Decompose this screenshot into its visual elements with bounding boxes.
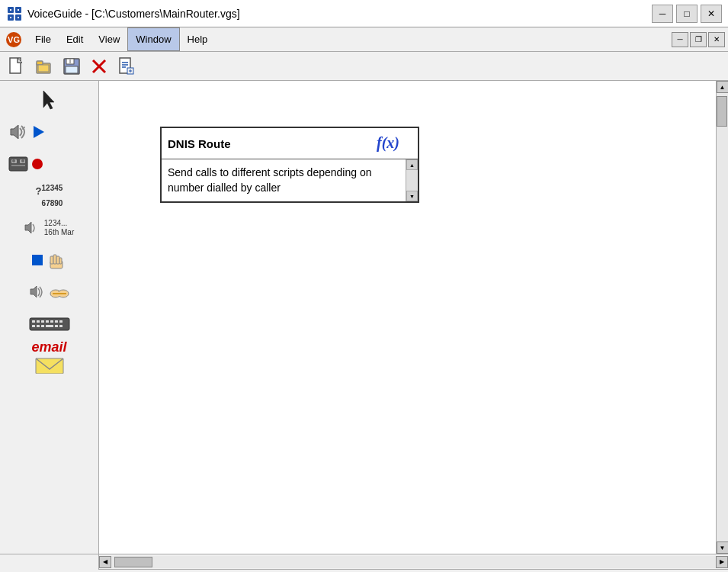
sidebar-item-dtmf[interactable]: ?12345 67890 bbox=[8, 182, 91, 210]
svg-rect-6 bbox=[10, 17, 11, 18]
app-menu-icon: VG bbox=[3, 29, 24, 50]
mdi-minimize-button[interactable]: ─ bbox=[672, 32, 688, 47]
dnis-route-card[interactable]: DNIS Route f(x) Send calls to different … bbox=[160, 127, 419, 203]
properties-button[interactable] bbox=[114, 55, 139, 78]
svg-rect-46 bbox=[59, 258, 62, 264]
menu-bar: VG File Edit View Window Help ─ ❐ ✕ bbox=[0, 27, 728, 52]
svg-rect-55 bbox=[41, 320, 44, 323]
svg-rect-61 bbox=[37, 325, 40, 327]
email-label: email bbox=[31, 339, 66, 355]
svg-rect-33 bbox=[9, 157, 27, 171]
main-layout: ?12345 67890 1234... 16th Mar bbox=[0, 81, 728, 554]
svg-rect-18 bbox=[69, 59, 71, 63]
svg-rect-62 bbox=[41, 325, 44, 327]
svg-rect-58 bbox=[55, 320, 58, 323]
horizontal-scrollbar[interactable]: ◀ ▶ bbox=[99, 556, 728, 568]
svg-rect-59 bbox=[59, 320, 63, 323]
svg-rect-13 bbox=[37, 61, 43, 65]
scroll-down-button[interactable]: ▼ bbox=[717, 541, 729, 554]
canvas-area[interactable]: DNIS Route f(x) Send calls to different … bbox=[99, 81, 716, 554]
mdi-close-button[interactable]: ✕ bbox=[708, 32, 725, 47]
sidebar-item-email[interactable]: email bbox=[8, 342, 91, 371]
svg-rect-64 bbox=[55, 325, 58, 327]
svg-rect-43 bbox=[50, 256, 53, 264]
schedule-label1: 1234... bbox=[44, 219, 74, 228]
menu-view[interactable]: View bbox=[91, 27, 127, 51]
svg-rect-5 bbox=[18, 9, 19, 11]
mdi-controls: ─ ❐ ✕ bbox=[672, 32, 725, 47]
dnis-card-header: DNIS Route f(x) bbox=[162, 128, 418, 159]
new-button[interactable] bbox=[5, 55, 29, 78]
minimize-button[interactable]: ─ bbox=[652, 5, 673, 23]
svg-marker-28 bbox=[43, 91, 54, 109]
svg-rect-14 bbox=[38, 65, 49, 72]
toolbar bbox=[0, 52, 728, 81]
sidebar-item-schedule[interactable]: 1234... 16th Mar bbox=[8, 214, 91, 243]
dnis-scroll-track bbox=[406, 170, 418, 191]
scroll-thumb-v[interactable] bbox=[717, 96, 727, 127]
svg-rect-60 bbox=[32, 325, 35, 327]
sidebar-item-goto[interactable] bbox=[8, 246, 91, 275]
svg-point-37 bbox=[12, 159, 15, 162]
app-icon bbox=[6, 5, 23, 22]
scroll-right-button[interactable]: ▶ bbox=[716, 556, 728, 568]
svg-rect-4 bbox=[10, 9, 11, 11]
mdi-restore-button[interactable]: ❐ bbox=[690, 32, 707, 47]
dnis-scroll-down-button[interactable]: ▼ bbox=[406, 191, 418, 201]
svg-text:VG: VG bbox=[8, 35, 20, 44]
svg-marker-47 bbox=[30, 286, 37, 297]
menu-edit[interactable]: Edit bbox=[59, 27, 91, 51]
svg-rect-41 bbox=[32, 255, 43, 265]
svg-rect-54 bbox=[37, 320, 40, 323]
sidebar-item-select[interactable] bbox=[8, 85, 91, 114]
scroll-track-v bbox=[717, 93, 728, 541]
svg-point-31 bbox=[24, 127, 25, 128]
svg-rect-66 bbox=[36, 358, 63, 374]
svg-rect-63 bbox=[46, 325, 53, 327]
dnis-card-function-icon: f(x) bbox=[375, 131, 412, 156]
dnis-card-scrollbar[interactable]: ▲ ▼ bbox=[406, 159, 418, 201]
svg-text:f(x): f(x) bbox=[377, 134, 399, 152]
svg-rect-44 bbox=[53, 255, 56, 264]
scroll-track-h bbox=[111, 556, 716, 568]
window-title: VoiceGuide - [C:\Customers\MainRouter.vg… bbox=[27, 8, 240, 20]
delete-button[interactable] bbox=[87, 55, 111, 78]
svg-point-30 bbox=[22, 128, 24, 130]
sidebar-item-transfer[interactable] bbox=[8, 278, 91, 307]
sidebar-scrollbar-spacer bbox=[0, 554, 99, 570]
dnis-card-description: Send calls to different scripts dependin… bbox=[162, 159, 406, 201]
sidebar-item-record-audio[interactable] bbox=[8, 149, 91, 178]
svg-rect-7 bbox=[18, 17, 19, 18]
scroll-up-button[interactable]: ▲ bbox=[717, 81, 729, 93]
open-button[interactable] bbox=[32, 55, 56, 78]
sidebar-item-keyboard[interactable] bbox=[8, 310, 91, 339]
schedule-label2: 16th Mar bbox=[44, 228, 74, 237]
horizontal-scrollbar-container: ◀ ▶ bbox=[0, 554, 728, 569]
sidebar-item-play-audio[interactable] bbox=[8, 117, 91, 146]
svg-rect-17 bbox=[66, 66, 78, 73]
svg-marker-32 bbox=[34, 126, 44, 138]
svg-rect-36 bbox=[11, 165, 25, 166]
save-button[interactable] bbox=[59, 55, 84, 78]
dtmf-icon-sublabel: 67890 bbox=[42, 199, 63, 207]
svg-rect-45 bbox=[56, 256, 59, 264]
title-bar: VoiceGuide - [C:\Customers\MainRouter.vg… bbox=[0, 0, 728, 27]
dnis-scroll-up-button[interactable]: ▲ bbox=[406, 159, 418, 170]
dnis-card-body: Send calls to different scripts dependin… bbox=[162, 159, 418, 201]
svg-point-39 bbox=[32, 159, 43, 169]
title-bar-left: VoiceGuide - [C:\Customers\MainRouter.vg… bbox=[6, 5, 240, 22]
svg-rect-53 bbox=[32, 320, 35, 323]
menu-window[interactable]: Window bbox=[127, 27, 179, 51]
menu-help[interactable]: Help bbox=[180, 27, 216, 51]
scroll-left-button[interactable]: ◀ bbox=[99, 556, 111, 568]
scroll-thumb-h[interactable] bbox=[114, 557, 152, 567]
svg-marker-29 bbox=[11, 125, 18, 139]
vertical-scrollbar[interactable]: ▲ ▼ bbox=[716, 81, 728, 554]
close-button[interactable]: ✕ bbox=[701, 5, 722, 23]
maximize-button[interactable]: □ bbox=[676, 5, 698, 23]
menu-file[interactable]: File bbox=[27, 27, 59, 51]
title-bar-controls: ─ □ ✕ bbox=[652, 5, 722, 23]
svg-rect-56 bbox=[46, 320, 49, 323]
status-bar bbox=[0, 569, 728, 572]
canvas-container: DNIS Route f(x) Send calls to different … bbox=[99, 81, 728, 554]
